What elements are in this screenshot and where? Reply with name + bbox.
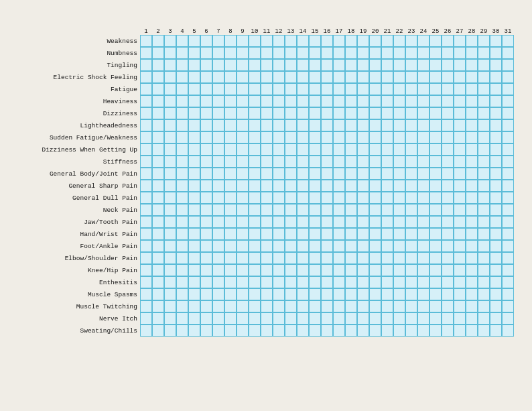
cell-5-25[interactable] — [429, 95, 442, 107]
cell-10-20[interactable] — [369, 156, 381, 168]
cell-21-7[interactable] — [212, 288, 224, 300]
cell-19-22[interactable] — [393, 264, 405, 276]
cell-18-20[interactable] — [369, 252, 381, 264]
cell-20-1[interactable] — [140, 276, 152, 288]
cell-4-24[interactable] — [417, 83, 429, 95]
cell-13-21[interactable] — [381, 192, 393, 204]
cell-10-23[interactable] — [405, 156, 417, 168]
cell-1-28[interactable] — [466, 47, 478, 59]
cell-6-30[interactable] — [490, 107, 502, 119]
cell-18-9[interactable] — [237, 252, 249, 264]
cell-12-6[interactable] — [200, 180, 212, 192]
cell-1-4[interactable] — [176, 47, 188, 59]
cell-24-27[interactable] — [454, 325, 466, 337]
cell-6-25[interactable] — [429, 107, 442, 119]
cell-13-25[interactable] — [429, 192, 442, 204]
cell-5-13[interactable] — [285, 95, 297, 107]
cell-0-1[interactable] — [140, 35, 152, 47]
cell-2-17[interactable] — [333, 59, 345, 71]
cell-9-3[interactable] — [164, 143, 176, 156]
cell-17-4[interactable] — [176, 240, 188, 252]
cell-14-10[interactable] — [249, 204, 261, 216]
cell-5-6[interactable] — [200, 95, 212, 107]
cell-7-1[interactable] — [140, 119, 152, 131]
cell-20-19[interactable] — [357, 276, 369, 288]
cell-23-30[interactable] — [490, 312, 502, 325]
cell-20-10[interactable] — [249, 276, 261, 288]
cell-6-20[interactable] — [369, 107, 381, 119]
cell-20-8[interactable] — [224, 276, 237, 288]
cell-10-16[interactable] — [321, 156, 333, 168]
cell-9-4[interactable] — [176, 143, 188, 156]
cell-8-16[interactable] — [321, 131, 333, 143]
cell-23-29[interactable] — [478, 312, 490, 325]
cell-21-13[interactable] — [285, 288, 297, 300]
cell-24-25[interactable] — [429, 325, 442, 337]
cell-13-8[interactable] — [224, 192, 237, 204]
cell-14-17[interactable] — [333, 204, 345, 216]
cell-5-31[interactable] — [502, 95, 514, 107]
cell-2-2[interactable] — [152, 59, 164, 71]
cell-3-8[interactable] — [224, 71, 237, 83]
cell-3-26[interactable] — [442, 71, 454, 83]
cell-8-6[interactable] — [200, 131, 212, 143]
cell-22-12[interactable] — [273, 300, 285, 312]
cell-14-31[interactable] — [502, 204, 514, 216]
cell-21-4[interactable] — [176, 288, 188, 300]
cell-3-18[interactable] — [345, 71, 357, 83]
cell-22-1[interactable] — [140, 300, 152, 312]
cell-7-21[interactable] — [381, 119, 393, 131]
cell-13-18[interactable] — [345, 192, 357, 204]
cell-3-19[interactable] — [357, 71, 369, 83]
cell-24-7[interactable] — [212, 325, 224, 337]
cell-1-1[interactable] — [140, 47, 152, 59]
cell-8-1[interactable] — [140, 131, 152, 143]
cell-20-27[interactable] — [454, 276, 466, 288]
cell-7-10[interactable] — [249, 119, 261, 131]
cell-24-31[interactable] — [502, 325, 514, 337]
cell-21-9[interactable] — [237, 288, 249, 300]
cell-5-22[interactable] — [393, 95, 405, 107]
cell-20-9[interactable] — [237, 276, 249, 288]
cell-19-10[interactable] — [249, 264, 261, 276]
cell-4-5[interactable] — [188, 83, 200, 95]
cell-13-11[interactable] — [261, 192, 273, 204]
cell-22-30[interactable] — [490, 300, 502, 312]
cell-6-15[interactable] — [309, 107, 321, 119]
cell-15-15[interactable] — [309, 216, 321, 228]
cell-16-15[interactable] — [309, 228, 321, 240]
cell-18-29[interactable] — [478, 252, 490, 264]
cell-13-7[interactable] — [212, 192, 224, 204]
cell-3-25[interactable] — [429, 71, 442, 83]
cell-15-1[interactable] — [140, 216, 152, 228]
cell-8-23[interactable] — [405, 131, 417, 143]
cell-0-15[interactable] — [309, 35, 321, 47]
cell-4-8[interactable] — [224, 83, 237, 95]
cell-16-7[interactable] — [212, 228, 224, 240]
cell-10-3[interactable] — [164, 156, 176, 168]
cell-24-28[interactable] — [466, 325, 478, 337]
cell-23-19[interactable] — [357, 312, 369, 325]
cell-14-11[interactable] — [261, 204, 273, 216]
cell-4-4[interactable] — [176, 83, 188, 95]
cell-24-4[interactable] — [176, 325, 188, 337]
cell-9-1[interactable] — [140, 143, 152, 156]
cell-17-11[interactable] — [261, 240, 273, 252]
cell-0-29[interactable] — [478, 35, 490, 47]
cell-7-23[interactable] — [405, 119, 417, 131]
cell-10-13[interactable] — [285, 156, 297, 168]
cell-18-2[interactable] — [152, 252, 164, 264]
cell-3-13[interactable] — [285, 71, 297, 83]
cell-19-16[interactable] — [321, 264, 333, 276]
cell-1-9[interactable] — [237, 47, 249, 59]
cell-21-26[interactable] — [442, 288, 454, 300]
cell-22-31[interactable] — [502, 300, 514, 312]
cell-8-31[interactable] — [502, 131, 514, 143]
cell-13-20[interactable] — [369, 192, 381, 204]
cell-0-22[interactable] — [393, 35, 405, 47]
cell-9-30[interactable] — [490, 143, 502, 156]
cell-5-24[interactable] — [417, 95, 429, 107]
cell-7-30[interactable] — [490, 119, 502, 131]
cell-9-17[interactable] — [333, 143, 345, 156]
cell-5-7[interactable] — [212, 95, 224, 107]
